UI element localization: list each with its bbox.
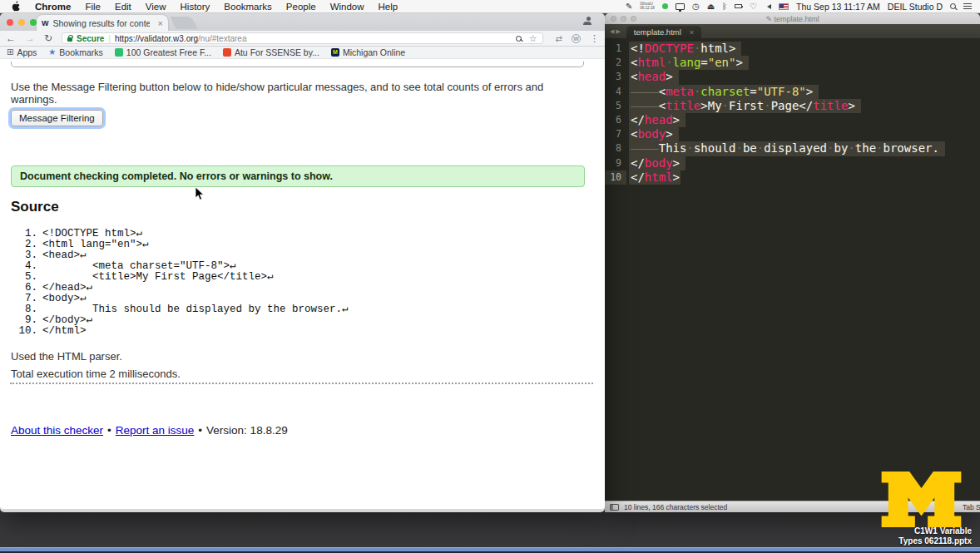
url-text: https://validator.w3.org/nu/#textarea (115, 34, 246, 43)
editor-line-7: 7<body> (605, 127, 980, 141)
mouse-cursor (195, 186, 205, 201)
menu-item-chrome[interactable]: Chrome (35, 2, 71, 12)
tab-size-status[interactable]: Tab Size (963, 503, 980, 511)
textarea-bottom-edge (11, 62, 584, 67)
selected-code: <html·lang="en"> (629, 56, 749, 70)
report-issue-link[interactable]: Report an issue (116, 424, 195, 437)
tab-scroll-arrows-icon[interactable]: ◀▶ (605, 28, 626, 38)
validator-favicon: W (42, 19, 49, 27)
lock-icon (67, 37, 72, 42)
bluetooth-icon[interactable]: ᛒ (722, 0, 727, 13)
menu-item-people[interactable]: People (286, 2, 316, 12)
bookmark-100-greatest-free-f-[interactable]: 100 Greatest Free F... (115, 47, 211, 57)
bookmarks-bar-items: ⊞Apps★Bookmarks100 Greatest Free F...Atu… (0, 47, 605, 59)
extension-icon[interactable]: ⇄ (556, 34, 562, 43)
gutter-number: 6 (605, 113, 626, 127)
zoom-window-button[interactable] (30, 19, 37, 26)
selected-code: </body> (629, 156, 686, 170)
new-tab-button[interactable] (171, 17, 198, 29)
menu-item-history[interactable]: History (181, 2, 210, 12)
editor-line-9: 9</body> (605, 156, 980, 170)
close-window-button[interactable] (7, 19, 13, 26)
editor-tab[interactable]: template.html × (626, 26, 701, 38)
reload-button[interactable]: ↻ (44, 32, 52, 46)
editor-line-5: 5––––<title>My·First·Page</title> (605, 99, 980, 113)
michigan-block-m-logo (881, 472, 962, 527)
source-listing: 1.<!DOCTYPE html>↵2.<html lang="en">↵3.<… (11, 229, 594, 337)
browser-tab[interactable]: W Showing results for contents × (37, 15, 168, 31)
w-extension-icon[interactable]: W (572, 34, 581, 43)
bookmark-bookmarks[interactable]: ★Bookmarks (48, 47, 102, 57)
bookmark-star-icon[interactable]: ☆ (529, 33, 537, 44)
address-bar[interactable]: Secure | https://validator.w3.org/nu/#te… (62, 32, 543, 44)
site-icon-red (223, 48, 231, 57)
menu-item-help[interactable]: Help (379, 2, 398, 12)
selection-status: 10 lines, 166 characters selected (624, 503, 727, 511)
forward-button[interactable]: → (25, 32, 35, 46)
editor-tabbar: ◀▶ template.html × (605, 24, 980, 38)
bookmark-label: Michigan Online (343, 47, 405, 57)
spotlight-search-icon[interactable] (950, 3, 956, 9)
profile-icon[interactable] (583, 17, 593, 27)
bookmark-apps[interactable]: ⊞Apps (7, 47, 37, 57)
execution-note: Total execution time 2 milliseconds. (11, 368, 594, 380)
heart-icon[interactable]: ♡ (750, 0, 757, 13)
bottom-blue-strip (0, 547, 980, 553)
battery-icon[interactable] (735, 4, 742, 8)
gutter-number: 8 (605, 141, 626, 156)
footer-bullet-1: • (107, 424, 111, 437)
editor-tab-close-icon[interactable]: × (690, 28, 694, 37)
source-line-2: 2.<html lang="en">↵ (11, 239, 594, 250)
desktop: ChromeFileEditViewHistoryBookmarksPeople… (0, 0, 980, 553)
selected-code: <head> (629, 70, 679, 84)
menubar-location[interactable]: DEIL Studio D (888, 2, 943, 12)
panel-toggle-icon[interactable] (610, 504, 619, 511)
menu-item-window[interactable]: Window (330, 2, 364, 12)
recorder-label: iShowU 06.12.18 (640, 2, 655, 10)
eject-icon[interactable]: ⏏ (707, 0, 715, 13)
gutter-number: 5 (605, 99, 626, 113)
zoom-page-icon[interactable] (516, 36, 522, 42)
editor-code-area[interactable]: 1<!DOCTYPE·html>2<html·lang="en">3<head>… (605, 38, 980, 501)
editor-window-title: ✎ template.html (605, 15, 980, 23)
minimize-window-button[interactable] (18, 19, 25, 26)
page-footer: About this checker•Report an issue•Versi… (11, 424, 594, 437)
apps-grid-icon: ⊞ (7, 48, 13, 57)
selected-code: ––––<title>My·First·Page</title> (629, 99, 861, 113)
menu-items: ChromeFileEditViewHistoryBookmarksPeople… (35, 2, 398, 12)
browser-toolbar: ← → ↻ Secure | https://validator.w3.org/… (0, 31, 605, 47)
menu-item-file[interactable]: File (85, 2, 101, 12)
record-status-icon[interactable] (662, 3, 668, 9)
pen-icon[interactable]: ✎ (626, 0, 632, 13)
star-icon: ★ (48, 48, 56, 57)
gutter-number: 1 (605, 42, 626, 56)
menu-item-bookmarks[interactable]: Bookmarks (224, 2, 272, 12)
michigan-m-icon: M (331, 48, 339, 57)
omnibox-separator: | (108, 34, 111, 43)
message-filtering-button[interactable]: Message Filtering (11, 110, 103, 126)
tab-title: Showing results for contents (53, 18, 150, 28)
notification-center-icon[interactable] (963, 3, 972, 10)
time-machine-icon[interactable]: ◷ (692, 0, 700, 13)
bookmark-atu-for-ssense-by-[interactable]: Atu For SSENSE by... (223, 47, 319, 57)
menu-item-edit[interactable]: Edit (115, 2, 131, 12)
volume-icon[interactable] (765, 4, 771, 9)
footer-bullet-2: • (198, 424, 202, 437)
menubar-clock[interactable]: Thu Sep 13 11:17 AM (796, 2, 880, 12)
bookmark-label: Bookmarks (59, 47, 103, 57)
source-line-8: 8. This should be displayed by the brows… (11, 304, 594, 315)
apple-menu-icon[interactable] (12, 1, 21, 12)
dotted-divider (10, 383, 593, 384)
editor-line-8: 8––––This·should·be·displayed·by·the·bro… (605, 141, 980, 156)
menu-item-view[interactable]: View (146, 2, 166, 12)
about-checker-link[interactable]: About this checker (11, 424, 103, 437)
back-button[interactable]: ← (6, 32, 16, 46)
display-mirroring-icon[interactable] (676, 3, 685, 10)
bookmark-michigan-online[interactable]: MMichigan Online (331, 47, 405, 57)
editor-titlebar: ✎ template.html (605, 13, 980, 24)
parser-note: Used the HTML parser. (11, 350, 594, 363)
input-language-flag-icon[interactable] (779, 3, 789, 10)
tab-close-icon[interactable]: × (158, 19, 163, 27)
editor-line-2: 2<html·lang="en"> (605, 56, 980, 70)
chrome-menu-icon[interactable]: ⋮ (590, 33, 599, 44)
